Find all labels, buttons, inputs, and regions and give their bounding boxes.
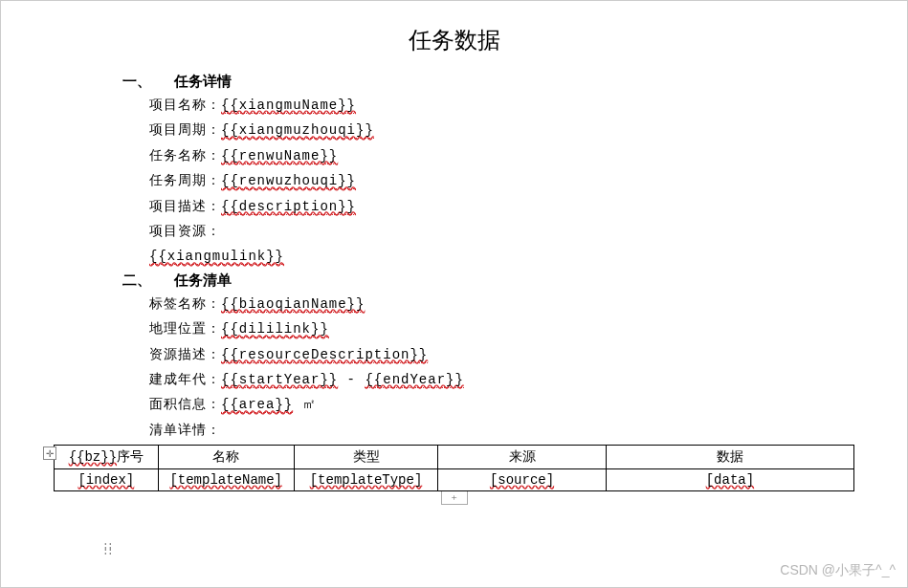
th-type: 类型 bbox=[294, 446, 437, 469]
section-2-num: 二、 bbox=[122, 272, 151, 290]
section-1-title: 任务详情 bbox=[174, 74, 232, 89]
value-end-year: {{endYear}} bbox=[365, 372, 463, 388]
value-area: {{area}} bbox=[221, 397, 293, 413]
value-start-year: {{startYear}} bbox=[221, 372, 338, 388]
field-area-info: 面积信息：{{area}} ㎡ bbox=[54, 394, 854, 415]
field-description: 项目描述：{{description}} bbox=[54, 196, 854, 217]
th-bz-var: {{bz}} bbox=[69, 449, 117, 465]
label-task-name: 任务名称： bbox=[149, 148, 221, 163]
label-project-name: 项目名称： bbox=[149, 98, 221, 113]
th-index-text: 序号 bbox=[117, 449, 144, 465]
value-task-cycle: {{renwuzhouqi}} bbox=[221, 173, 356, 189]
value-tag-name: {{biaoqianName}} bbox=[221, 296, 365, 313]
th-index: {{bz}}序号 bbox=[55, 446, 159, 469]
value-description: {{description}} bbox=[221, 199, 356, 215]
watermark: CSDN @小果子^_^ bbox=[780, 562, 896, 579]
value-task-name: {{renwuName}} bbox=[221, 148, 338, 164]
value-resource: {{xiangmulink}} bbox=[149, 249, 284, 265]
td-source-var: [source] bbox=[490, 472, 554, 488]
field-project-cycle: 项目周期：{{xiangmuzhouqi}} bbox=[54, 120, 854, 141]
year-sep: - bbox=[338, 372, 365, 387]
td-data: [data] bbox=[606, 469, 853, 491]
td-name: [templateName] bbox=[158, 469, 294, 491]
label-task-cycle: 任务周期： bbox=[149, 173, 221, 188]
table-header-row: {{bz}}序号 名称 类型 来源 数据 bbox=[55, 446, 854, 469]
section-1-header: 一、任务详情 bbox=[54, 73, 854, 91]
table-anchor-icon[interactable] bbox=[43, 446, 56, 460]
td-source: [source] bbox=[438, 469, 607, 491]
label-geo-loc: 地理位置： bbox=[149, 321, 221, 337]
label-built-year: 建成年代： bbox=[149, 372, 221, 387]
field-resource-label: 项目资源： bbox=[54, 221, 854, 242]
td-type: [templateType] bbox=[294, 469, 437, 491]
drag-handle-icon[interactable]: ∷∷ bbox=[104, 543, 114, 555]
td-name-var: [templateName] bbox=[169, 472, 282, 488]
label-description: 项目描述： bbox=[149, 199, 221, 214]
td-type-var: [templateType] bbox=[310, 472, 423, 488]
field-list-detail: 清单详情： bbox=[54, 420, 854, 441]
add-row-button[interactable]: + bbox=[441, 491, 468, 505]
label-project-cycle: 项目周期： bbox=[149, 122, 221, 138]
field-built-year: 建成年代：{{startYear}} - {{endYear}} bbox=[54, 369, 854, 390]
section-1-num: 一、 bbox=[122, 73, 151, 91]
field-project-name: 项目名称：{{xiangmuName}} bbox=[54, 95, 854, 116]
label-tag-name: 标签名称： bbox=[149, 296, 221, 312]
td-data-var: [data] bbox=[706, 472, 754, 488]
label-res-desc: 资源描述： bbox=[149, 347, 221, 362]
field-task-cycle: 任务周期：{{renwuzhouqi}} bbox=[54, 170, 854, 191]
td-index-var: [index] bbox=[78, 472, 134, 488]
th-name: 名称 bbox=[158, 446, 294, 469]
value-project-name: {{xiangmuName}} bbox=[221, 98, 356, 114]
th-data: 数据 bbox=[606, 446, 853, 469]
label-resource: 项目资源： bbox=[149, 224, 221, 239]
value-res-desc: {{resourceDescription}} bbox=[221, 347, 428, 363]
value-geo-loc: {{dililink}} bbox=[221, 321, 329, 338]
area-unit: ㎡ bbox=[293, 397, 316, 412]
field-geo-loc: 地理位置：{{dililink}} bbox=[54, 318, 854, 339]
label-area-info: 面积信息： bbox=[149, 397, 221, 412]
table-row: [index] [templateName] [templateType] [s… bbox=[55, 469, 854, 491]
field-tag-name: 标签名称：{{biaoqianName}} bbox=[54, 294, 854, 315]
section-2-title: 任务清单 bbox=[174, 272, 232, 288]
detail-table: {{bz}}序号 名称 类型 来源 数据 [index] [templateNa… bbox=[54, 445, 854, 491]
label-list-detail: 清单详情： bbox=[149, 423, 221, 438]
value-project-cycle: {{xiangmuzhouqi}} bbox=[221, 122, 374, 139]
field-task-name: 任务名称：{{renwuName}} bbox=[54, 145, 854, 166]
page-title: 任务数据 bbox=[54, 25, 854, 55]
field-res-desc: 资源描述：{{resourceDescription}} bbox=[54, 344, 854, 365]
field-resource-value: {{xiangmulink}} bbox=[54, 246, 854, 267]
th-source: 来源 bbox=[438, 446, 607, 469]
td-index: [index] bbox=[55, 469, 159, 491]
section-2-header: 二、任务清单 bbox=[54, 272, 854, 290]
